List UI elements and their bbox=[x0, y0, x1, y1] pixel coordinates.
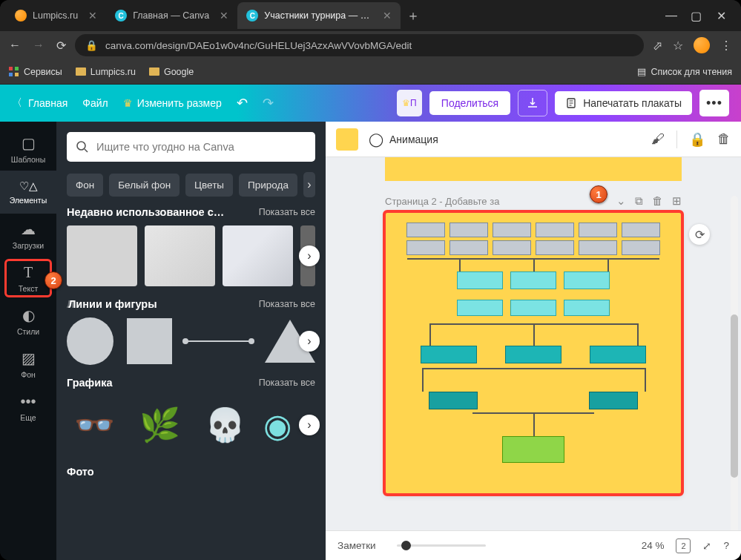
graphic-skull[interactable]: 💀 bbox=[197, 398, 252, 452]
sidenav-more[interactable]: ••• Еще bbox=[0, 386, 56, 429]
delete-page-icon[interactable]: 🗑 bbox=[652, 194, 663, 208]
show-all-link[interactable]: Показать все bbox=[259, 207, 315, 217]
pages-indicator[interactable]: 2 bbox=[676, 538, 691, 553]
premium-button[interactable]: ♛П bbox=[397, 90, 422, 116]
crown-icon: ♛ bbox=[402, 98, 410, 108]
sidenav-label: Фон bbox=[21, 370, 36, 379]
maximize-button[interactable]: ▢ bbox=[691, 9, 701, 23]
tab-close-icon[interactable]: ✕ bbox=[220, 10, 228, 22]
resize-button[interactable]: ♛ Изменить размер bbox=[123, 97, 222, 109]
lock-icon[interactable]: 🔒 bbox=[689, 131, 705, 148]
bookmark-apps[interactable]: Сервисы bbox=[9, 67, 62, 77]
tab-canva-home[interactable]: C Главная — Canva ✕ bbox=[106, 2, 237, 29]
minimize-button[interactable]: — bbox=[665, 9, 676, 23]
zoom-slider[interactable] bbox=[397, 544, 486, 547]
shape-line[interactable] bbox=[185, 340, 251, 342]
shape-square[interactable] bbox=[127, 318, 172, 364]
poster-canvas[interactable] bbox=[385, 212, 682, 494]
scrollbar-thumb[interactable] bbox=[731, 314, 738, 478]
back-button[interactable]: ← bbox=[9, 39, 21, 52]
svg-point-1 bbox=[77, 142, 85, 150]
forward-button[interactable]: → bbox=[33, 39, 45, 52]
move-down-icon[interactable]: ⌄ bbox=[616, 194, 626, 208]
thumb-item[interactable] bbox=[223, 225, 293, 286]
bookmark-lumpics[interactable]: Lumpics.ru bbox=[76, 67, 136, 77]
animation-icon: ◯ bbox=[369, 131, 383, 148]
chip-background[interactable]: Фон bbox=[67, 174, 103, 197]
section-title: ЛЛинии и фигуры bbox=[67, 298, 157, 310]
style-copy-icon[interactable]: 🖌 bbox=[651, 131, 665, 147]
profile-avatar[interactable] bbox=[694, 37, 710, 53]
share-icon[interactable]: ⬀ bbox=[653, 39, 662, 53]
print-button[interactable]: Напечатать плакаты bbox=[555, 91, 692, 115]
print-label: Напечатать плакаты bbox=[583, 97, 682, 109]
animation-button[interactable]: ◯ Анимация bbox=[369, 131, 438, 148]
file-menu[interactable]: Файл bbox=[82, 97, 108, 109]
undo-button[interactable]: ↶ bbox=[237, 95, 248, 111]
chip-flowers[interactable]: Цветы bbox=[185, 174, 233, 197]
tab-close-icon[interactable]: ✕ bbox=[383, 10, 392, 22]
canva-toolbar: 〈 Главная Файл ♛ Изменить размер ↶ ↷ ♛П … bbox=[0, 85, 741, 122]
scrollbar[interactable] bbox=[731, 196, 738, 530]
bookmark-google[interactable]: Google bbox=[149, 67, 194, 77]
thumb-item[interactable] bbox=[67, 225, 137, 286]
page-1-strip[interactable] bbox=[385, 157, 682, 181]
share-button[interactable]: Поделиться bbox=[429, 91, 510, 115]
more-icon: ••• bbox=[20, 393, 36, 410]
home-button[interactable]: 〈 Главная bbox=[12, 96, 67, 110]
menu-icon[interactable]: ⋮ bbox=[720, 39, 732, 53]
lock-icon: 🔒 bbox=[85, 39, 98, 51]
sidenav-uploads[interactable]: ☁ Загрузки bbox=[0, 214, 56, 257]
add-page-icon[interactable]: ⊞ bbox=[672, 194, 682, 208]
row-next-button[interactable]: › bbox=[299, 331, 320, 352]
slider-thumb[interactable] bbox=[401, 541, 411, 550]
tab-close-icon[interactable]: ✕ bbox=[88, 10, 97, 22]
duplicate-icon[interactable]: ⧉ bbox=[635, 194, 643, 208]
sidenav-styles[interactable]: ◐ Стили bbox=[0, 300, 56, 343]
context-toolbar: ◯ Анимация 🖌 🔒 🗑 bbox=[326, 122, 741, 157]
tab-label: Lumpics.ru bbox=[33, 10, 78, 21]
shape-circle[interactable] bbox=[67, 317, 113, 365]
bookmark-icon[interactable]: ☆ bbox=[673, 39, 683, 53]
graphic-glasses[interactable]: 👓 bbox=[67, 398, 122, 452]
sidenav-templates[interactable]: ▢ Шаблоны bbox=[0, 128, 56, 171]
page-header: Страница 2 - Добавьте за 1 ⌃ ⌄ ⧉ 🗑 ⊞ bbox=[385, 194, 682, 208]
show-all-link[interactable]: Показать все bbox=[259, 378, 315, 388]
row-next-button[interactable]: › bbox=[299, 246, 320, 266]
annotation-marker-1: 1 bbox=[590, 185, 607, 203]
reading-list[interactable]: ▤ Список для чтения bbox=[637, 66, 732, 77]
color-swatch[interactable] bbox=[336, 128, 358, 151]
address-bar[interactable]: 🔒 canva.com/design/DAEo1w0v4nc/GuHELUej3… bbox=[75, 34, 644, 56]
graphic-abstract[interactable]: ◉ bbox=[263, 398, 292, 452]
help-icon[interactable]: ? bbox=[723, 540, 729, 551]
page-title[interactable]: Страница 2 - Добавьте за bbox=[385, 196, 499, 207]
chip-white-bg[interactable]: Белый фон bbox=[109, 174, 180, 197]
more-button[interactable]: ••• bbox=[699, 90, 729, 116]
redo-button[interactable]: ↷ bbox=[263, 95, 274, 111]
thumb-item[interactable] bbox=[145, 225, 215, 286]
rotate-button[interactable]: ⟳ bbox=[689, 224, 710, 245]
new-tab-button[interactable]: ＋ bbox=[406, 7, 420, 24]
chip-next[interactable]: › bbox=[303, 172, 315, 197]
delete-icon[interactable]: 🗑 bbox=[717, 131, 731, 147]
notes-button[interactable]: Заметки bbox=[337, 540, 376, 551]
separator bbox=[676, 131, 677, 148]
sidenav-text[interactable]: T Текст 2 bbox=[0, 257, 56, 300]
zoom-level[interactable]: 24 % bbox=[642, 540, 665, 551]
search-input[interactable]: Ищите что угодно на Canva bbox=[67, 132, 315, 162]
graphic-seaweed[interactable]: 🌿 bbox=[132, 398, 187, 452]
tab-favicon: C bbox=[246, 10, 258, 22]
close-button[interactable]: ✕ bbox=[716, 9, 726, 23]
sidenav-background[interactable]: ▨ Фон bbox=[0, 343, 56, 386]
tab-lumpics[interactable]: Lumpics.ru ✕ bbox=[6, 2, 106, 29]
canvas-viewport[interactable]: Страница 2 - Добавьте за 1 ⌃ ⌄ ⧉ 🗑 ⊞ ⟳ bbox=[326, 157, 741, 530]
tab-canva-design[interactable]: C Участники турнира — Плакат ✕ bbox=[237, 2, 401, 29]
chevron-left-icon: 〈 bbox=[12, 96, 22, 110]
reload-button[interactable]: ⟳ bbox=[56, 39, 66, 53]
show-all-link[interactable]: Показать все bbox=[259, 299, 315, 309]
fullscreen-icon[interactable]: ⤢ bbox=[702, 540, 711, 552]
chip-nature[interactable]: Природа bbox=[239, 174, 297, 197]
row-next-button[interactable]: › bbox=[299, 415, 320, 435]
sidenav-elements[interactable]: ♡△ Элементы bbox=[0, 171, 56, 214]
download-button[interactable] bbox=[518, 90, 547, 116]
